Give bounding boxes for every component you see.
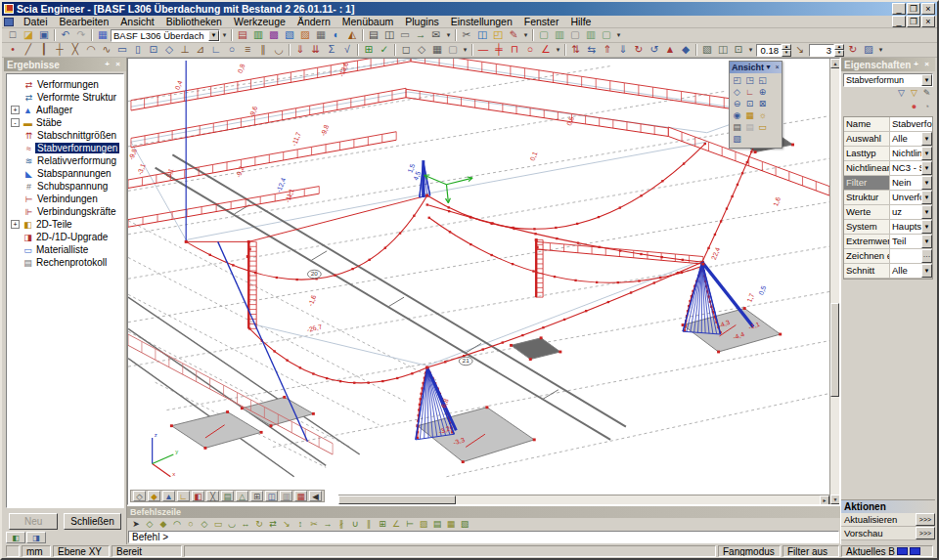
- chart-icon[interactable]: ◔: [920, 102, 933, 113]
- bill-of-material-icon[interactable]: ▦: [313, 28, 329, 42]
- subsoil-icon[interactable]: ≡: [240, 43, 255, 57]
- overflow-dropdown-icon[interactable]: ▾: [444, 28, 453, 42]
- redo-icon[interactable]: ↷: [73, 28, 89, 42]
- coord-info-icon[interactable]: ∟: [177, 491, 190, 501]
- window-layout-4-icon[interactable]: ▥: [583, 28, 599, 42]
- command-input[interactable]: [128, 531, 839, 543]
- clip-box-icon[interactable]: ▦: [743, 110, 756, 122]
- shell-icon[interactable]: ◇: [161, 43, 177, 57]
- tree-item-staebe[interactable]: -▬Stäbe: [7, 116, 123, 129]
- hatch-icon[interactable]: ▨: [417, 518, 430, 531]
- rib-icon[interactable]: ⊥: [177, 43, 193, 57]
- tab-results[interactable]: ◧: [6, 532, 25, 543]
- mdi-restore-button[interactable]: ❐: [907, 16, 920, 27]
- tree-item-rechenprotokoll[interactable]: ▤Rechenprotokoll: [7, 256, 123, 269]
- results-n-icon[interactable]: ⇅: [568, 43, 584, 57]
- page-setup-icon[interactable]: ▭: [397, 28, 413, 42]
- property-value[interactable]: Unverformt: [890, 191, 921, 204]
- tree-item-stabspannungen[interactable]: ◣Stabspannungen: [7, 167, 123, 180]
- scroll-up-icon[interactable]: ▲: [830, 59, 840, 68]
- action-execute-button[interactable]: >>>: [916, 513, 935, 526]
- support-icon[interactable]: ∟: [208, 43, 224, 57]
- tree-item-2d-teile[interactable]: +◧2D-Teile: [7, 218, 123, 231]
- export-icon[interactable]: →: [413, 28, 428, 42]
- results-v-icon[interactable]: ⇆: [584, 43, 600, 57]
- light-icon[interactable]: ☼: [756, 110, 769, 122]
- filter-funnel-icon[interactable]: ▽: [895, 88, 908, 100]
- clipboard-view-icon[interactable]: ◫: [265, 491, 278, 501]
- expand-toggle-icon[interactable]: -: [11, 118, 20, 127]
- menu-ansicht[interactable]: Ansicht: [114, 16, 159, 28]
- doc-icon[interactable]: ◫: [715, 43, 731, 57]
- scroll-left-icon[interactable]: ◀: [309, 491, 322, 501]
- load-group-icon[interactable]: ⇊: [308, 43, 324, 57]
- color-wheel-icon[interactable]: ●: [908, 102, 920, 113]
- status-cell[interactable]: Fangmodus: [718, 545, 781, 557]
- undo-icon[interactable]: ↶: [58, 28, 73, 42]
- angle-style-icon[interactable]: ∠: [538, 43, 554, 57]
- tree-item-auflager[interactable]: +▲Auflager: [7, 104, 123, 116]
- named-view-icon[interactable]: ◧: [192, 491, 204, 501]
- horizontal-scrollbar[interactable]: ►: [338, 495, 829, 504]
- menu-bibliotheken[interactable]: Bibliotheken: [160, 16, 228, 28]
- select-single-icon[interactable]: ◻: [398, 43, 414, 57]
- property-value[interactable]: Hauptsyste: [890, 220, 921, 234]
- property-value[interactable]: [890, 249, 921, 263]
- property-dropdown-icon[interactable]: ▼: [921, 176, 932, 190]
- print-view-icon[interactable]: ▤: [221, 491, 234, 501]
- overflow-dropdown-icon[interactable]: ▾: [746, 43, 755, 57]
- view-axo-icon[interactable]: ◇: [731, 87, 743, 99]
- node-icon[interactable]: •: [5, 43, 21, 57]
- hinge-icon[interactable]: ○: [224, 43, 240, 57]
- copy-icon[interactable]: ◫: [474, 28, 490, 42]
- property-dropdown-icon[interactable]: ▼: [921, 191, 932, 204]
- property-dropdown-icon[interactable]: ▼: [921, 147, 932, 160]
- cross-beam-icon[interactable]: ┼: [52, 43, 67, 57]
- stretch-icon[interactable]: ↕: [293, 518, 307, 531]
- beam-icon[interactable]: ╱: [21, 43, 36, 57]
- ansicht-toolbar-caption[interactable]: Ansicht ▼×: [730, 62, 782, 73]
- calculation-icon[interactable]: ◐: [329, 28, 344, 42]
- break-icon[interactable]: ∦: [335, 518, 348, 531]
- plate-icon[interactable]: ▭: [114, 43, 130, 57]
- property-value[interactable]: Nichtlineare: [890, 147, 921, 160]
- format-painter-icon[interactable]: ✎: [506, 28, 521, 42]
- arc-beam-icon[interactable]: ◠: [83, 43, 99, 57]
- property-value[interactable]: uz: [890, 205, 921, 219]
- menu--ndern[interactable]: Ändern: [291, 16, 336, 28]
- render-mode-icon[interactable]: ◆: [148, 491, 160, 501]
- tree-item-verformte-struktur[interactable]: ⇄Verformte Struktur: [7, 91, 123, 104]
- tension-member-icon[interactable]: ∥: [255, 43, 271, 57]
- gallery-icon[interactable]: ▥: [250, 28, 266, 42]
- expand-toggle-icon[interactable]: +: [11, 220, 20, 229]
- expand-toggle-icon[interactable]: +: [11, 106, 20, 114]
- status-cell[interactable]: Filter aus: [782, 545, 839, 557]
- horizontal-scrollbar-thumb[interactable]: [338, 495, 456, 504]
- print-disabled-icon[interactable]: ▤: [743, 122, 756, 134]
- terrain-icon[interactable]: △: [236, 491, 248, 501]
- property-dropdown-icon[interactable]: ▼: [921, 220, 932, 234]
- window-layout-1-icon[interactable]: ▢: [536, 28, 552, 42]
- load-case-icon[interactable]: ⇓: [292, 43, 308, 57]
- preview-icon[interactable]: ▧: [699, 43, 715, 57]
- deformation-scale-spinner-value[interactable]: 0.18: [756, 44, 782, 57]
- truss-icon[interactable]: ╳: [67, 43, 83, 57]
- menu-hilfe[interactable]: Hilfe: [564, 16, 597, 28]
- results-settings-icon[interactable]: ▨: [861, 43, 876, 57]
- view-z-icon[interactable]: ◱: [756, 75, 769, 87]
- action-execute-button[interactable]: >>>: [916, 527, 935, 539]
- properties-icon[interactable]: ▧: [458, 518, 471, 531]
- properties-panel-caption[interactable]: Eigenschaften +×: [841, 58, 935, 71]
- menu-plugins[interactable]: Plugins: [399, 16, 444, 28]
- ucs-icon[interactable]: ∟: [743, 87, 756, 99]
- combination-icon[interactable]: Σ: [324, 43, 339, 57]
- action-vorschau[interactable]: Vorschau>>>: [841, 527, 935, 540]
- scale-icon[interactable]: ↘: [280, 518, 293, 531]
- wireframe-icon[interactable]: ▧: [731, 134, 743, 146]
- draw-rect-icon[interactable]: ▭: [211, 518, 225, 531]
- menu-fenster[interactable]: Fenster: [518, 16, 565, 28]
- view-y-icon[interactable]: ◳: [743, 75, 756, 87]
- select-pointer-icon[interactable]: ➤: [129, 518, 143, 531]
- project-combo-dropdown-icon[interactable]: ▼: [208, 30, 219, 41]
- scale-direction-icon[interactable]: ↘: [792, 43, 808, 57]
